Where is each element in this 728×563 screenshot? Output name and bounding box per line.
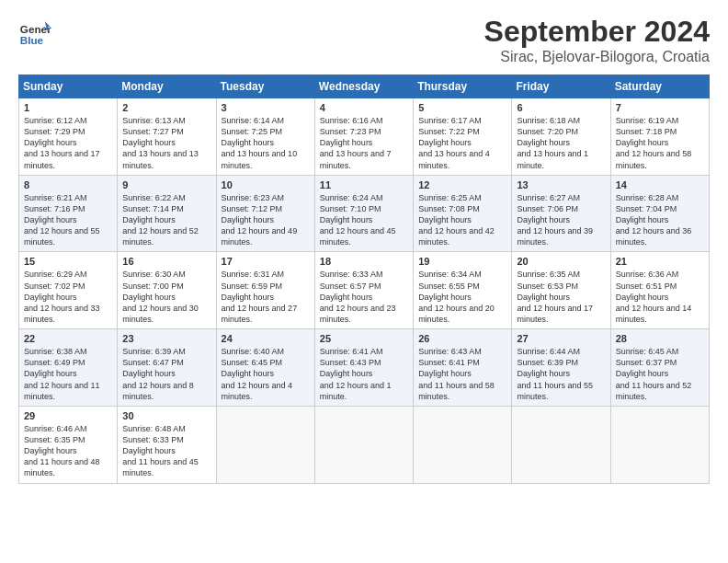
day-number: 24 — [222, 333, 311, 344]
calendar-cell: 22Sunrise: 6:38 AMSunset: 6:49 PMDayligh… — [19, 329, 118, 407]
calendar-cell: 20Sunrise: 6:35 AMSunset: 6:53 PMDayligh… — [512, 252, 610, 329]
cell-info: Sunrise: 6:45 AMSunset: 6:37 PMDaylight … — [616, 346, 705, 402]
calendar-cell: 28Sunrise: 6:45 AMSunset: 6:37 PMDayligh… — [610, 329, 709, 407]
calendar-cell: 12Sunrise: 6:25 AMSunset: 7:08 PMDayligh… — [414, 175, 512, 252]
day-number: 7 — [616, 102, 705, 113]
day-number: 27 — [517, 333, 606, 344]
calendar-title: September 2024 — [484, 15, 710, 49]
weekday-header-row: SundayMondayTuesdayWednesdayThursdayFrid… — [19, 75, 710, 98]
day-number: 21 — [616, 256, 705, 267]
cell-info: Sunrise: 6:48 AMSunset: 6:33 PMDaylight … — [122, 423, 211, 479]
calendar-week-row: 15Sunrise: 6:29 AMSunset: 7:02 PMDayligh… — [19, 252, 710, 329]
day-number: 17 — [222, 256, 311, 267]
cell-info: Sunrise: 6:44 AMSunset: 6:39 PMDaylight … — [517, 346, 606, 402]
calendar-table: SundayMondayTuesdayWednesdayThursdayFrid… — [18, 75, 710, 484]
day-number: 3 — [222, 102, 311, 113]
day-number: 28 — [616, 333, 705, 344]
calendar-cell: 4Sunrise: 6:16 AMSunset: 7:23 PMDaylight… — [314, 98, 413, 176]
calendar-cell — [314, 406, 413, 483]
svg-text:Blue: Blue — [20, 34, 44, 46]
day-number: 10 — [222, 179, 311, 190]
calendar-cell: 24Sunrise: 6:40 AMSunset: 6:45 PMDayligh… — [216, 329, 314, 407]
cell-info: Sunrise: 6:25 AMSunset: 7:08 PMDaylight … — [418, 192, 507, 248]
calendar-week-row: 8Sunrise: 6:21 AMSunset: 7:16 PMDaylight… — [19, 175, 710, 252]
day-number: 8 — [24, 179, 113, 190]
cell-info: Sunrise: 6:31 AMSunset: 6:59 PMDaylight … — [222, 269, 311, 325]
cell-info: Sunrise: 6:36 AMSunset: 6:51 PMDaylight … — [616, 269, 705, 325]
calendar-cell: 6Sunrise: 6:18 AMSunset: 7:20 PMDaylight… — [512, 98, 610, 176]
calendar-cell: 25Sunrise: 6:41 AMSunset: 6:43 PMDayligh… — [314, 329, 413, 407]
cell-info: Sunrise: 6:17 AMSunset: 7:22 PMDaylight … — [418, 115, 507, 171]
cell-info: Sunrise: 6:24 AMSunset: 7:10 PMDaylight … — [320, 192, 409, 248]
calendar-cell: 21Sunrise: 6:36 AMSunset: 6:51 PMDayligh… — [610, 252, 709, 329]
calendar-cell: 9Sunrise: 6:22 AMSunset: 7:14 PMDaylight… — [118, 175, 216, 252]
header: General Blue September 2024 Sirac, Bjelo… — [18, 15, 710, 65]
cell-info: Sunrise: 6:38 AMSunset: 6:49 PMDaylight … — [24, 346, 113, 402]
calendar-cell: 10Sunrise: 6:23 AMSunset: 7:12 PMDayligh… — [216, 175, 314, 252]
cell-info: Sunrise: 6:13 AMSunset: 7:27 PMDaylight … — [122, 115, 211, 171]
calendar-week-row: 1Sunrise: 6:12 AMSunset: 7:29 PMDaylight… — [19, 98, 710, 176]
cell-info: Sunrise: 6:23 AMSunset: 7:12 PMDaylight … — [222, 192, 311, 248]
calendar-cell: 11Sunrise: 6:24 AMSunset: 7:10 PMDayligh… — [314, 175, 413, 252]
cell-info: Sunrise: 6:40 AMSunset: 6:45 PMDaylight … — [222, 346, 311, 402]
calendar-cell: 18Sunrise: 6:33 AMSunset: 6:57 PMDayligh… — [314, 252, 413, 329]
calendar-cell: 30Sunrise: 6:48 AMSunset: 6:33 PMDayligh… — [118, 406, 216, 483]
calendar-cell — [216, 406, 314, 483]
calendar-cell: 14Sunrise: 6:28 AMSunset: 7:04 PMDayligh… — [610, 175, 709, 252]
cell-info: Sunrise: 6:19 AMSunset: 7:18 PMDaylight … — [616, 115, 705, 171]
day-number: 1 — [24, 102, 113, 113]
cell-info: Sunrise: 6:14 AMSunset: 7:25 PMDaylight … — [222, 115, 311, 171]
calendar-cell: 7Sunrise: 6:19 AMSunset: 7:18 PMDaylight… — [610, 98, 709, 176]
cell-info: Sunrise: 6:16 AMSunset: 7:23 PMDaylight … — [320, 115, 409, 171]
calendar-cell: 19Sunrise: 6:34 AMSunset: 6:55 PMDayligh… — [414, 252, 512, 329]
day-number: 16 — [122, 256, 211, 267]
day-number: 5 — [418, 102, 507, 113]
day-number: 15 — [24, 256, 113, 267]
cell-info: Sunrise: 6:34 AMSunset: 6:55 PMDaylight … — [418, 269, 507, 325]
calendar-cell: 29Sunrise: 6:46 AMSunset: 6:35 PMDayligh… — [19, 406, 118, 483]
weekday-header: Friday — [512, 75, 610, 98]
weekday-header: Sunday — [19, 75, 118, 98]
calendar-subtitle: Sirac, Bjelovar-Bilogora, Croatia — [484, 49, 710, 65]
cell-info: Sunrise: 6:29 AMSunset: 7:02 PMDaylight … — [24, 269, 113, 325]
calendar-week-row: 22Sunrise: 6:38 AMSunset: 6:49 PMDayligh… — [19, 329, 710, 407]
day-number: 9 — [122, 179, 211, 190]
day-number: 6 — [517, 102, 606, 113]
day-number: 13 — [517, 179, 606, 190]
day-number: 4 — [320, 102, 409, 113]
calendar-cell — [512, 406, 610, 483]
logo-icon: General Blue — [18, 15, 51, 48]
calendar-cell: 27Sunrise: 6:44 AMSunset: 6:39 PMDayligh… — [512, 329, 610, 407]
calendar-cell: 15Sunrise: 6:29 AMSunset: 7:02 PMDayligh… — [19, 252, 118, 329]
calendar-cell: 8Sunrise: 6:21 AMSunset: 7:16 PMDaylight… — [19, 175, 118, 252]
day-number: 18 — [320, 256, 409, 267]
cell-info: Sunrise: 6:30 AMSunset: 7:00 PMDaylight … — [122, 269, 211, 325]
logo: General Blue — [18, 15, 51, 48]
cell-info: Sunrise: 6:18 AMSunset: 7:20 PMDaylight … — [517, 115, 606, 171]
cell-info: Sunrise: 6:41 AMSunset: 6:43 PMDaylight … — [320, 346, 409, 402]
calendar-cell: 16Sunrise: 6:30 AMSunset: 7:00 PMDayligh… — [118, 252, 216, 329]
calendar-cell: 26Sunrise: 6:43 AMSunset: 6:41 PMDayligh… — [414, 329, 512, 407]
cell-info: Sunrise: 6:28 AMSunset: 7:04 PMDaylight … — [616, 192, 705, 248]
calendar-cell — [610, 406, 709, 483]
weekday-header: Tuesday — [216, 75, 314, 98]
cell-info: Sunrise: 6:46 AMSunset: 6:35 PMDaylight … — [24, 423, 113, 479]
cell-info: Sunrise: 6:33 AMSunset: 6:57 PMDaylight … — [320, 269, 409, 325]
cell-info: Sunrise: 6:43 AMSunset: 6:41 PMDaylight … — [418, 346, 507, 402]
calendar-cell: 3Sunrise: 6:14 AMSunset: 7:25 PMDaylight… — [216, 98, 314, 176]
calendar-cell: 5Sunrise: 6:17 AMSunset: 7:22 PMDaylight… — [414, 98, 512, 176]
weekday-header: Thursday — [414, 75, 512, 98]
day-number: 14 — [616, 179, 705, 190]
cell-info: Sunrise: 6:39 AMSunset: 6:47 PMDaylight … — [122, 346, 211, 402]
day-number: 12 — [418, 179, 507, 190]
cell-info: Sunrise: 6:12 AMSunset: 7:29 PMDaylight … — [24, 115, 113, 171]
calendar-cell: 13Sunrise: 6:27 AMSunset: 7:06 PMDayligh… — [512, 175, 610, 252]
calendar-cell: 17Sunrise: 6:31 AMSunset: 6:59 PMDayligh… — [216, 252, 314, 329]
calendar-cell: 1Sunrise: 6:12 AMSunset: 7:29 PMDaylight… — [19, 98, 118, 176]
day-number: 29 — [24, 410, 113, 421]
day-number: 20 — [517, 256, 606, 267]
weekday-header: Monday — [118, 75, 216, 98]
day-number: 23 — [122, 333, 211, 344]
cell-info: Sunrise: 6:21 AMSunset: 7:16 PMDaylight … — [24, 192, 113, 248]
page: General Blue September 2024 Sirac, Bjelo… — [0, 0, 728, 563]
